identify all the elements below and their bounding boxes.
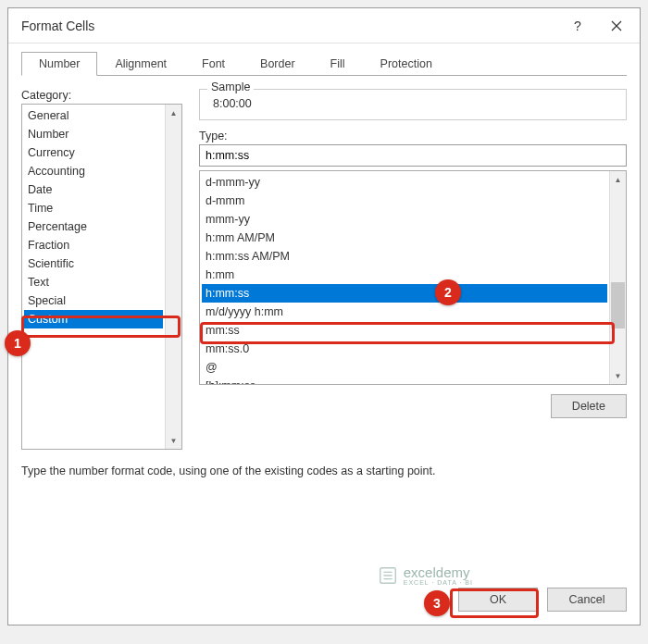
list-item[interactable]: h:mm: [202, 266, 607, 284]
close-button[interactable]: [597, 12, 636, 40]
tab-alignment[interactable]: Alignment: [97, 52, 184, 76]
list-item[interactable]: Currency: [24, 143, 163, 162]
list-item[interactable]: d-mmm-yy: [202, 173, 607, 192]
scrollbar[interactable]: ▲ ▼: [165, 105, 181, 449]
tab-strip: Number Alignment Font Border Fill Protec…: [8, 43, 640, 75]
watermark-brand: exceldemy: [404, 565, 473, 579]
list-item[interactable]: Percentage: [24, 217, 163, 236]
tab-border[interactable]: Border: [243, 52, 313, 76]
scrollbar[interactable]: ▲ ▼: [609, 171, 626, 384]
category-listbox[interactable]: General Number Currency Accounting Date …: [21, 104, 182, 450]
tab-content: Category: General Number Currency Accoun…: [21, 75, 627, 625]
list-item[interactable]: Special: [24, 291, 163, 310]
list-item[interactable]: Time: [24, 199, 163, 217]
list-item[interactable]: General: [24, 106, 163, 125]
close-icon: [611, 20, 622, 31]
scroll-thumb[interactable]: [611, 282, 625, 328]
list-item[interactable]: Number: [24, 125, 163, 143]
list-item[interactable]: [h]:mm:ss: [202, 377, 607, 384]
callout-1: 1: [5, 330, 31, 356]
scroll-down-icon[interactable]: ▼: [166, 432, 181, 449]
list-item[interactable]: mm:ss: [202, 321, 607, 340]
watermark: exceldemy EXCEL · DATA · BI: [378, 565, 473, 586]
titlebar: Format Cells ?: [8, 8, 640, 43]
list-item[interactable]: mmm-yy: [202, 210, 607, 229]
scroll-up-icon[interactable]: ▲: [610, 171, 626, 188]
dialog-title: Format Cells: [21, 19, 558, 33]
list-item[interactable]: h:mm AM/PM: [202, 229, 607, 247]
type-input[interactable]: [199, 144, 627, 167]
list-item[interactable]: m/d/yyyy h:mm: [202, 303, 607, 321]
ok-button[interactable]: OK: [458, 588, 538, 612]
delete-button[interactable]: Delete: [551, 394, 627, 418]
tab-number[interactable]: Number: [21, 52, 97, 76]
dialog-footer: OK Cancel: [445, 575, 640, 625]
format-cells-dialog: Format Cells ? Number Alignment Font Bor…: [7, 7, 641, 625]
list-item[interactable]: Date: [24, 180, 163, 199]
list-item[interactable]: d-mmm: [202, 192, 607, 210]
list-item[interactable]: Text: [24, 273, 163, 291]
scroll-up-icon[interactable]: ▲: [166, 105, 181, 121]
sample-value: 8:00:00: [209, 92, 617, 110]
list-item-hmmss[interactable]: h:mm:ss: [202, 284, 607, 303]
sample-group: Sample 8:00:00: [199, 89, 627, 120]
type-listbox[interactable]: d-mmm-yy d-mmm mmm-yy h:mm AM/PM h:mm:ss…: [199, 170, 627, 385]
list-item[interactable]: Scientific: [24, 254, 163, 273]
watermark-tag: EXCEL · DATA · BI: [404, 579, 473, 586]
cancel-button[interactable]: Cancel: [547, 588, 627, 612]
callout-3: 3: [424, 590, 450, 616]
hint-text: Type the number format code, using one o…: [21, 450, 627, 477]
list-item[interactable]: Fraction: [24, 236, 163, 254]
category-label: Category:: [21, 89, 182, 102]
type-label: Type:: [199, 130, 627, 142]
list-item[interactable]: h:mm:ss AM/PM: [202, 247, 607, 266]
tab-protection[interactable]: Protection: [363, 52, 450, 76]
scroll-down-icon[interactable]: ▼: [610, 367, 626, 384]
list-item[interactable]: @: [202, 358, 607, 377]
list-item[interactable]: mm:ss.0: [202, 340, 607, 358]
tab-fill[interactable]: Fill: [313, 52, 363, 76]
list-item[interactable]: Accounting: [24, 162, 163, 180]
help-button[interactable]: ?: [558, 12, 597, 40]
tab-font[interactable]: Font: [184, 52, 243, 76]
list-item-custom[interactable]: Custom: [24, 310, 163, 328]
sample-legend: Sample: [207, 80, 254, 93]
callout-2: 2: [435, 279, 461, 305]
watermark-icon: [378, 565, 398, 586]
